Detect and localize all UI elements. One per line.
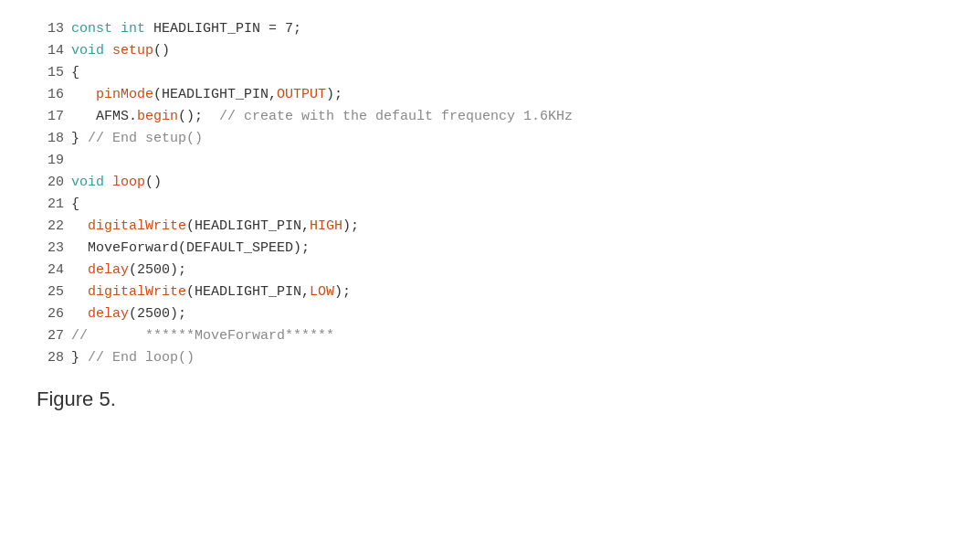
line-number: 17 (37, 106, 64, 128)
token-kw-type: int (121, 21, 145, 37)
token-constant: HIGH (310, 218, 342, 234)
line-content: digitalWrite(HEADLIGHT_PIN,HIGH); (71, 216, 359, 238)
main-container: 13const int HEADLIGHT_PIN = 7;14void set… (0, 0, 980, 430)
token-identifier (71, 284, 88, 300)
token-identifier: (HEADLIGHT_PIN, (153, 87, 277, 102)
token-identifier (104, 43, 112, 58)
line-number: 23 (37, 238, 64, 260)
token-identifier: (HEADLIGHT_PIN, (186, 218, 310, 234)
code-line: 20void loop() (37, 172, 943, 194)
line-number: 28 (37, 347, 64, 369)
figure-label: Figure 5. (37, 387, 943, 411)
code-block: 13const int HEADLIGHT_PIN = 7;14void set… (37, 18, 943, 369)
token-identifier: ); (342, 218, 359, 234)
code-line: 22 digitalWrite(HEADLIGHT_PIN,HIGH); (37, 216, 943, 238)
line-number: 19 (37, 150, 64, 172)
token-fn-name: loop (112, 175, 145, 190)
token-identifier: { (71, 65, 79, 80)
line-number: 15 (37, 62, 64, 84)
token-identifier: (); (178, 109, 219, 124)
line-content: digitalWrite(HEADLIGHT_PIN,LOW); (71, 281, 351, 303)
token-fn-name: digitalWrite (88, 218, 186, 234)
code-line: 28} // End loop() (37, 347, 943, 369)
line-content: { (71, 62, 79, 84)
token-identifier: (2500); (129, 306, 186, 322)
code-line: 13const int HEADLIGHT_PIN = 7; (37, 18, 943, 40)
token-identifier (71, 262, 88, 278)
line-number: 24 (37, 260, 64, 281)
token-identifier: AFMS. (71, 109, 137, 124)
line-content: MoveForward(DEFAULT_SPEED); (71, 238, 310, 260)
line-content: void loop() (71, 172, 162, 194)
line-number: 21 (37, 194, 64, 216)
token-comment: // create with the default frequency 1.6… (219, 109, 573, 124)
code-line: 16 pinMode(HEADLIGHT_PIN,OUTPUT); (37, 84, 943, 106)
token-kw-type: void (71, 175, 104, 190)
line-number: 20 (37, 172, 64, 194)
token-identifier: MoveForward(DEFAULT_SPEED); (71, 240, 310, 256)
token-identifier: () (153, 43, 170, 58)
token-kw-type: void (71, 43, 104, 58)
line-number: 25 (37, 281, 64, 303)
line-number: 13 (37, 18, 64, 40)
token-comment: // End setup() (88, 131, 203, 146)
token-identifier: ); (334, 284, 351, 300)
line-content: delay(2500); (71, 303, 186, 325)
token-constant: OUTPUT (277, 87, 326, 102)
code-line: 24 delay(2500); (37, 260, 943, 281)
token-fn-name: delay (88, 306, 129, 322)
code-line: 27// ******MoveForward****** (37, 325, 943, 347)
line-content: } // End loop() (71, 347, 195, 369)
token-identifier: () (145, 175, 162, 190)
token-identifier: HEADLIGHT_PIN = 7; (145, 21, 301, 37)
code-line: 14void setup() (37, 40, 943, 62)
code-line: 23 MoveForward(DEFAULT_SPEED); (37, 238, 943, 260)
code-line: 21{ (37, 194, 943, 216)
code-line: 25 digitalWrite(HEADLIGHT_PIN,LOW); (37, 281, 943, 303)
code-line: 18} // End setup() (37, 128, 943, 150)
token-identifier: { (71, 196, 79, 212)
token-comment: // ******MoveForward****** (71, 328, 334, 344)
token-constant: LOW (310, 284, 334, 300)
line-content: AFMS.begin(); // create with the default… (71, 106, 573, 128)
line-number: 26 (37, 303, 64, 325)
token-identifier: } (71, 350, 88, 366)
token-identifier (71, 87, 96, 102)
token-identifier: (HEADLIGHT_PIN, (186, 284, 310, 300)
line-number: 14 (37, 40, 64, 62)
token-identifier: } (71, 131, 88, 146)
line-number: 27 (37, 325, 64, 347)
token-identifier: ); (326, 87, 342, 102)
line-content: pinMode(HEADLIGHT_PIN,OUTPUT); (71, 84, 342, 106)
token-identifier (104, 175, 112, 190)
line-number: 18 (37, 128, 64, 150)
token-fn-name: begin (137, 109, 178, 124)
line-content: { (71, 194, 79, 216)
line-content: const int HEADLIGHT_PIN = 7; (71, 18, 301, 40)
token-identifier (71, 306, 88, 322)
line-number: 16 (37, 84, 64, 106)
line-number: 22 (37, 216, 64, 238)
code-line: 15{ (37, 62, 943, 84)
token-fn-name: digitalWrite (88, 284, 186, 300)
token-comment: // End loop() (88, 350, 195, 366)
line-content: void setup() (71, 40, 170, 62)
token-fn-name: delay (88, 262, 129, 278)
token-identifier (71, 218, 88, 234)
token-identifier: (2500); (129, 262, 186, 278)
line-content: // ******MoveForward****** (71, 325, 334, 347)
line-content: } // End setup() (71, 128, 203, 150)
line-content: delay(2500); (71, 260, 186, 281)
code-line: 17 AFMS.begin(); // create with the defa… (37, 106, 943, 128)
token-fn-name: setup (112, 43, 153, 58)
token-fn-name: pinMode (96, 87, 153, 102)
code-line: 19 (37, 150, 943, 172)
token-kw-const: const (71, 21, 121, 37)
code-line: 26 delay(2500); (37, 303, 943, 325)
